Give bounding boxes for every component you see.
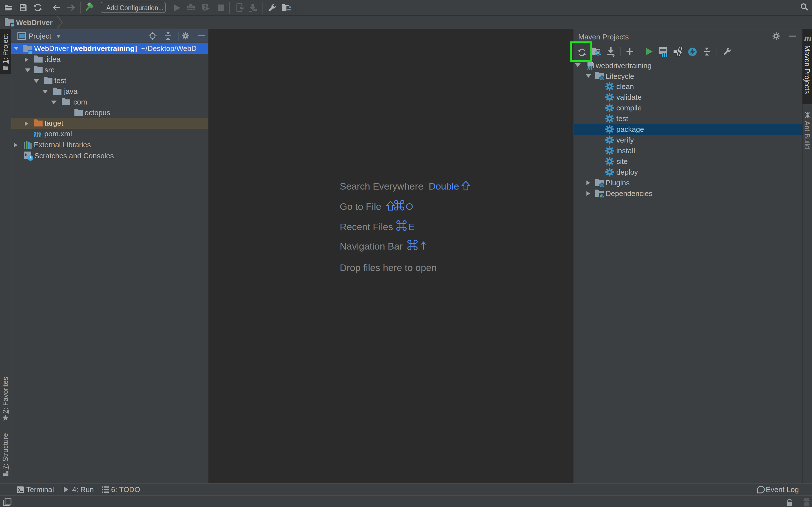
svg-text:m: m [587, 63, 593, 71]
svg-text:m: m [662, 50, 668, 59]
